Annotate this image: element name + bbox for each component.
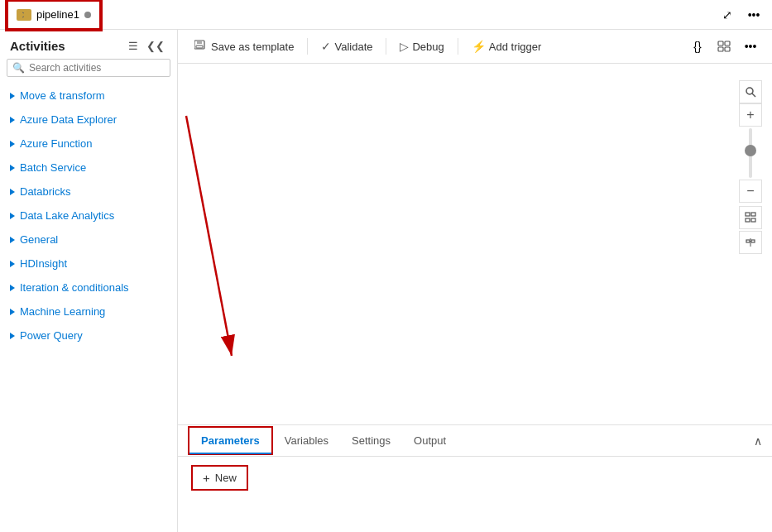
toolbar-right: {} ••• — [686, 35, 762, 58]
zoom-minus-button[interactable]: − — [739, 180, 762, 203]
svg-rect-0 — [17, 11, 22, 14]
activity-label: Azure Function — [20, 137, 92, 150]
chevron-icon — [10, 165, 15, 171]
activity-label: Machine Learning — [20, 305, 105, 318]
code-icon[interactable]: {} — [686, 35, 709, 58]
tab-variables[interactable]: Variables — [273, 428, 340, 453]
activity-item-data-lake-analytics[interactable]: Data Lake Analytics — [0, 204, 177, 228]
svg-rect-7 — [196, 46, 203, 48]
debug-button[interactable]: ▷ Debug — [393, 36, 450, 56]
collapse-panel-icon[interactable]: ∧ — [754, 434, 762, 448]
annotation-arrow — [178, 64, 772, 424]
activity-item-move-transform[interactable]: Move & transform — [0, 84, 177, 108]
svg-rect-21 — [751, 240, 755, 242]
new-button[interactable]: + New — [191, 465, 248, 491]
more-options-icon[interactable]: ••• — [742, 3, 765, 26]
save-template-label: Save as template — [211, 41, 294, 53]
fit-selection-button[interactable] — [739, 231, 762, 254]
unsaved-indicator — [84, 12, 91, 18]
svg-rect-20 — [746, 240, 750, 242]
plus-icon: + — [203, 471, 210, 485]
save-template-button[interactable]: Save as template — [188, 36, 300, 57]
chevron-icon — [10, 117, 15, 123]
chevron-icon — [10, 261, 15, 267]
collapse-icon[interactable]: ❮❮ — [144, 38, 167, 54]
activity-label: Batch Service — [20, 161, 86, 174]
chevron-icon — [10, 333, 15, 339]
activity-label: General — [20, 233, 58, 246]
svg-rect-18 — [746, 218, 750, 222]
toolbar-separator — [307, 38, 308, 55]
activity-item-azure-function[interactable]: Azure Function — [0, 132, 177, 156]
chevron-icon — [10, 237, 15, 243]
svg-line-13 — [186, 116, 232, 356]
activity-label: Azure Data Explorer — [20, 113, 117, 126]
sidebar-title: Activities — [10, 39, 65, 53]
chevron-icon — [10, 285, 15, 291]
more-options-toolbar-icon[interactable]: ••• — [739, 35, 762, 58]
canvas[interactable]: + − — [178, 64, 772, 424]
zoom-controls: + − — [739, 80, 762, 254]
activity-item-power-query[interactable]: Power Query — [0, 324, 177, 347]
search-icon: 🔍 — [12, 62, 25, 74]
window-controls: ⤢ ••• — [716, 3, 765, 26]
activities-list: Move & transform Azure Data Explorer Azu… — [0, 84, 177, 532]
chevron-icon — [10, 93, 15, 99]
svg-rect-1 — [17, 16, 22, 19]
svg-rect-10 — [718, 47, 723, 51]
chevron-icon — [10, 213, 15, 219]
activity-item-general[interactable]: General — [0, 228, 177, 252]
zoom-slider-thumb[interactable] — [745, 145, 756, 156]
pipeline-icon — [17, 9, 31, 21]
bottom-panel: Parameters Variables Settings Output ∧ +… — [178, 424, 772, 532]
toolbar-separator-3 — [458, 38, 458, 55]
zoom-fit-buttons — [739, 206, 762, 254]
activity-item-batch-service[interactable]: Batch Service — [0, 156, 177, 180]
tab-settings[interactable]: Settings — [340, 428, 402, 453]
chevron-icon — [10, 189, 15, 195]
tab-bar: pipeline1 ⤢ ••• — [0, 0, 772, 30]
search-input[interactable] — [29, 62, 165, 74]
activity-item-hdinsight[interactable]: HDInsight — [0, 252, 177, 276]
activity-item-machine-learning[interactable]: Machine Learning — [0, 300, 177, 324]
bottom-tabs: Parameters Variables Settings Output ∧ — [178, 425, 772, 457]
svg-rect-9 — [725, 41, 730, 46]
pipeline-tab[interactable]: pipeline1 — [7, 0, 101, 30]
toolbar: Save as template ✓ Validate ▷ Debug ⚡ Ad… — [178, 30, 772, 64]
expand-icon[interactable]: ⤢ — [716, 3, 739, 26]
save-template-icon — [194, 40, 208, 54]
chevron-icon — [10, 309, 15, 315]
zoom-slider-track — [749, 128, 752, 178]
validate-label: Validate — [334, 41, 372, 53]
svg-rect-2 — [24, 12, 30, 17]
sidebar-header: Activities ☰ ❮❮ — [0, 30, 177, 59]
svg-rect-11 — [725, 47, 730, 51]
main-layout: Activities ☰ ❮❮ 🔍 Move & transform Azure… — [0, 30, 772, 532]
activity-item-databricks[interactable]: Databricks — [0, 180, 177, 204]
filter-icon[interactable]: ☰ — [126, 38, 141, 54]
svg-line-15 — [752, 93, 755, 97]
svg-rect-19 — [751, 218, 755, 222]
add-trigger-button[interactable]: ⚡ Add trigger — [465, 36, 549, 56]
tab-parameters[interactable]: Parameters — [188, 426, 273, 455]
bottom-content: + New — [178, 457, 772, 532]
tab-output[interactable]: Output — [402, 428, 458, 453]
activity-label: Move & transform — [20, 89, 105, 102]
activity-item-iteration-conditionals[interactable]: Iteration & conditionals — [0, 276, 177, 300]
debug-label: Debug — [412, 41, 444, 53]
activity-label: Iteration & conditionals — [20, 281, 129, 294]
activity-label: Databricks — [20, 185, 70, 198]
validate-icon: ✓ — [321, 40, 331, 53]
activity-item-azure-data-explorer[interactable]: Azure Data Explorer — [0, 108, 177, 132]
svg-rect-16 — [746, 213, 750, 216]
template-icon[interactable] — [712, 35, 736, 58]
fit-screen-button[interactable] — [739, 206, 762, 229]
svg-line-4 — [22, 17, 24, 17]
zoom-search-icon[interactable] — [739, 80, 762, 103]
toolbar-separator-2 — [386, 38, 386, 55]
svg-rect-8 — [718, 41, 723, 46]
zoom-plus-button[interactable]: + — [739, 103, 762, 127]
chevron-icon — [10, 141, 15, 147]
sidebar: Activities ☰ ❮❮ 🔍 Move & transform Azure… — [0, 30, 178, 532]
validate-button[interactable]: ✓ Validate — [314, 36, 379, 56]
